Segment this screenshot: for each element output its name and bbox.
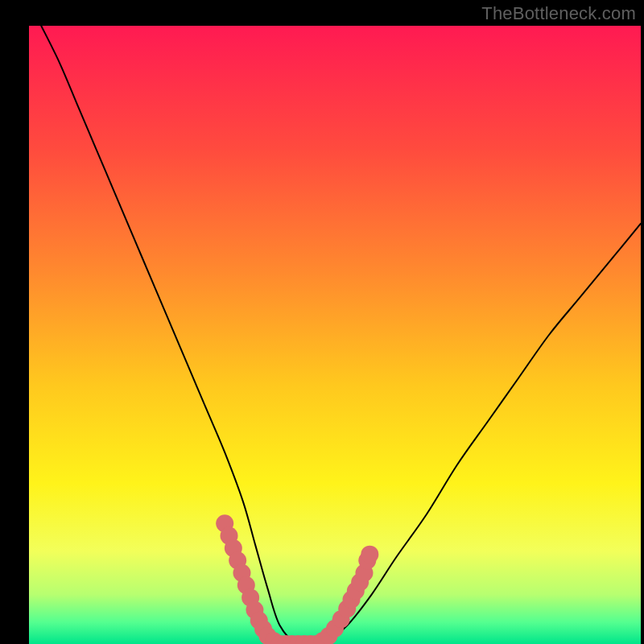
watermark-text: TheBottleneck.com	[481, 3, 636, 24]
chart-frame: TheBottleneck.com	[0, 0, 644, 644]
bottleneck-chart	[29, 26, 641, 644]
plot-area	[29, 26, 641, 644]
highlight-marker	[361, 546, 378, 564]
